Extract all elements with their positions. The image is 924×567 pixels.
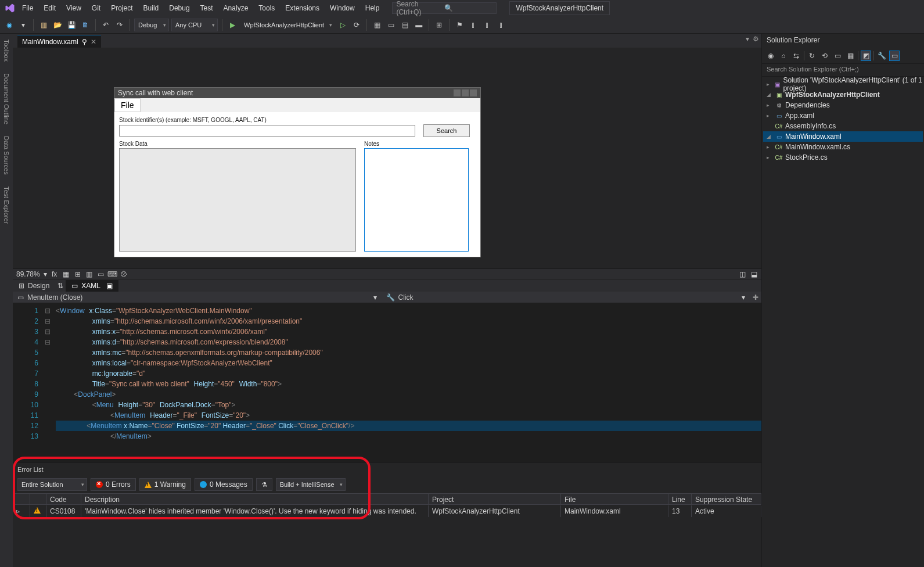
- se-collapse-icon[interactable]: ▭: [832, 51, 843, 61]
- hot-reload-icon[interactable]: ⟳: [351, 19, 362, 31]
- open-icon[interactable]: 📂: [52, 19, 63, 31]
- col-file[interactable]: File: [561, 494, 668, 504]
- se-sync-icon[interactable]: ↻: [807, 51, 817, 61]
- toolbar-icon-6[interactable]: ⫿: [468, 19, 479, 31]
- node-mainwindow-cs[interactable]: ▸C#MainWindow.xaml.cs: [763, 142, 923, 152]
- tab-design[interactable]: ⊞Design: [13, 280, 55, 292]
- filter-errors[interactable]: 0 Errors: [91, 478, 136, 491]
- menu-extensions[interactable]: Extensions: [281, 2, 324, 15]
- filter-warnings[interactable]: 1 Warning: [139, 478, 191, 491]
- menu-build[interactable]: Build: [139, 2, 164, 15]
- tab-toolbox[interactable]: Toolbox: [2, 36, 11, 65]
- se-back-icon[interactable]: ◉: [765, 51, 776, 61]
- menu-project[interactable]: Project: [106, 2, 137, 15]
- node-stockprice[interactable]: ▸C#StockPrice.cs: [763, 152, 923, 163]
- menu-file[interactable]: File: [17, 2, 38, 15]
- active-files-dropdown-icon[interactable]: ▾: [746, 35, 749, 43]
- node-assemblyinfo[interactable]: C#AssemblyInfo.cs: [763, 121, 923, 131]
- bookmark-icon[interactable]: ⚑: [454, 19, 465, 31]
- tab-data-sources[interactable]: Data Sources: [2, 132, 11, 178]
- device-icon[interactable]: ▭: [97, 270, 105, 278]
- redo-icon[interactable]: ↷: [114, 19, 125, 31]
- window-options-icon[interactable]: ⚙: [753, 35, 759, 43]
- toolbar-icon-8[interactable]: ⫿: [495, 19, 507, 31]
- split-editor-icon[interactable]: ✚: [750, 293, 761, 302]
- se-view-icon[interactable]: ▭: [889, 51, 900, 61]
- save-all-icon[interactable]: 🗎: [80, 19, 91, 31]
- menu-view[interactable]: View: [62, 2, 86, 15]
- split-v-icon[interactable]: ⬓: [750, 270, 758, 278]
- se-home-icon[interactable]: ⌂: [778, 51, 789, 61]
- menu-analyze[interactable]: Analyze: [219, 2, 253, 15]
- snaplines-icon[interactable]: ▥: [85, 270, 94, 278]
- new-project-icon[interactable]: ▥: [38, 19, 49, 31]
- undo-icon[interactable]: ↶: [100, 19, 112, 31]
- tab-test-explorer[interactable]: Test Explorer: [2, 183, 11, 227]
- swap-panes-icon[interactable]: ⇅: [55, 282, 66, 290]
- doc-tab-mainwindow[interactable]: MainWindow.xaml ⚲ ✕: [17, 35, 101, 48]
- error-row[interactable]: ▹ CS0108 'MainWindow.Close' hides inheri…: [13, 505, 761, 518]
- toolbar-icon-7[interactable]: ⫿: [481, 19, 493, 31]
- menu-edit[interactable]: Edit: [39, 2, 60, 15]
- search-box[interactable]: Search (Ctrl+Q) 🔍: [392, 2, 497, 14]
- se-preview-icon[interactable]: ◩: [861, 51, 871, 61]
- se-properties-icon[interactable]: 🔧: [876, 51, 887, 61]
- se-refresh-icon[interactable]: ⟲: [819, 51, 830, 61]
- nav-fwd-icon[interactable]: ▾: [17, 19, 29, 31]
- split-h-icon[interactable]: ◫: [738, 270, 746, 278]
- menu-test[interactable]: Test: [196, 2, 218, 15]
- build-intellisense-combo[interactable]: Build + IntelliSense: [276, 478, 346, 491]
- se-showall-icon[interactable]: ▦: [845, 51, 855, 61]
- nav-member[interactable]: 🔧Click▾: [382, 293, 750, 302]
- solution-search[interactable]: Search Solution Explorer (Ctrl+;): [762, 64, 924, 77]
- filter-toggle[interactable]: ⚗: [256, 478, 272, 491]
- start-debug-icon[interactable]: ▶: [226, 19, 238, 31]
- toolbar-icon-4[interactable]: ▬: [413, 19, 425, 31]
- toolbar-icon-2[interactable]: ▭: [385, 19, 397, 31]
- col-project[interactable]: Project: [429, 494, 561, 504]
- error-scope-combo[interactable]: Entire Solution: [17, 478, 87, 491]
- nav-scope[interactable]: ▭MenuItem (Close)▾: [13, 293, 382, 302]
- node-solution[interactable]: ▸▣Solution 'WpfStockAnalyzerHttpClient' …: [763, 79, 923, 89]
- save-icon[interactable]: 💾: [66, 19, 77, 31]
- grid-icon[interactable]: ▦: [62, 270, 70, 278]
- startup-combo[interactable]: WpfStockAnalyzerHttpClient: [240, 19, 335, 31]
- design-preview-window[interactable]: Sync call with web client File Stock ide…: [114, 87, 481, 257]
- se-switch-icon[interactable]: ⇆: [791, 51, 801, 61]
- zoom-dropdown-icon[interactable]: ▾: [44, 270, 47, 278]
- start-no-debug-icon[interactable]: ▷: [337, 19, 348, 31]
- toolbar-icon-5[interactable]: ⊞: [433, 19, 445, 31]
- menu-debug[interactable]: Debug: [164, 2, 194, 15]
- expand-icon[interactable]: ▹: [13, 505, 30, 517]
- col-line[interactable]: Line: [668, 494, 692, 504]
- snap-icon[interactable]: ⊞: [74, 270, 82, 278]
- fold-gutter[interactable]: ⊟⊟⊟⊟: [42, 303, 53, 462]
- xaml-designer[interactable]: Sync call with web client File Stock ide…: [13, 48, 761, 268]
- menu-tools[interactable]: Tools: [254, 2, 279, 15]
- toolbar-icon-1[interactable]: ▦: [371, 19, 383, 31]
- disable-code-icon[interactable]: ⛒: [120, 270, 128, 278]
- config-combo[interactable]: Debug: [134, 19, 169, 31]
- menu-help[interactable]: Help: [361, 2, 384, 15]
- tab-xaml[interactable]: ▭XAML▣: [66, 280, 118, 292]
- close-tab-icon[interactable]: ✕: [91, 38, 96, 46]
- col-desc[interactable]: Description: [81, 494, 429, 504]
- node-mainwindow-xaml[interactable]: ◢▭MainWindow.xaml: [763, 131, 923, 142]
- col-state[interactable]: Suppression State: [692, 494, 761, 504]
- nav-back-icon[interactable]: ◉: [3, 19, 15, 31]
- code-icon[interactable]: ⌨: [109, 270, 117, 278]
- menu-git[interactable]: Git: [87, 2, 105, 15]
- menu-window[interactable]: Window: [325, 2, 359, 15]
- pin-icon[interactable]: ⚲: [82, 38, 87, 46]
- node-app-xaml[interactable]: ▸▭App.xaml: [763, 110, 923, 121]
- platform-combo[interactable]: Any CPU: [171, 19, 218, 31]
- col-code[interactable]: Code: [46, 494, 81, 504]
- toolbar-icon-3[interactable]: ▤: [399, 19, 411, 31]
- effects-icon[interactable]: fx: [51, 270, 59, 278]
- zoom-level[interactable]: 89.78%: [16, 270, 40, 278]
- solution-context[interactable]: WpfStockAnalyzerHttpClient: [509, 1, 610, 15]
- filter-messages[interactable]: 0 Messages: [195, 478, 253, 491]
- node-dependencies[interactable]: ▸⚙Dependencies: [763, 100, 923, 110]
- tab-document-outline[interactable]: Document Outline: [2, 70, 11, 128]
- code-editor[interactable]: 12345678910111213 ⊟⊟⊟⊟ <Window x:Class="…: [13, 303, 761, 462]
